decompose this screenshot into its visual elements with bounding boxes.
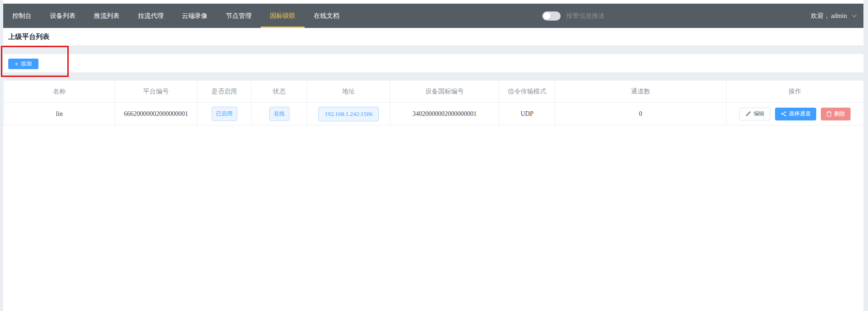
cell-name: lin xyxy=(4,103,115,125)
page-title: 上级平台列表 xyxy=(3,33,49,41)
col-header-channel-count: 通道数 xyxy=(555,81,726,103)
cell-platform-id: 66620000002000000001 xyxy=(115,103,197,125)
col-header-status: 状态 xyxy=(251,81,307,103)
delete-button[interactable]: 删除 xyxy=(821,108,851,120)
edit-button[interactable]: 编辑 xyxy=(739,108,770,120)
left-gutter xyxy=(0,0,3,311)
alarm-push-label: 报警信息推送 xyxy=(566,12,605,20)
select-channel-label: 选择通道 xyxy=(789,110,811,118)
nav-item-console[interactable]: 控制台 xyxy=(3,4,41,28)
status-badge: 在线 xyxy=(269,107,289,121)
cell-enabled: 已启用 xyxy=(197,103,251,125)
table-row: lin 66620000002000000001 已启用 在线 192.168.… xyxy=(4,103,864,125)
share-icon xyxy=(781,111,786,117)
title-bar: 上级平台列表 xyxy=(3,28,863,45)
col-header-gb-device-id: 设备国标编号 xyxy=(390,81,499,103)
cell-signal-transport: UDP xyxy=(499,103,555,125)
divider-band xyxy=(3,72,868,80)
enabled-badge: 已启用 xyxy=(212,107,237,121)
platform-table-panel: 名称 平台编号 是否启用 状态 地址 设备国标编号 信令传输模式 通道数 操作 … xyxy=(3,80,863,311)
plus-icon: + xyxy=(15,61,18,67)
col-header-platform-id: 平台编号 xyxy=(115,81,197,103)
alarm-push-cluster: 报警信息推送 xyxy=(542,4,605,28)
col-header-name: 名称 xyxy=(4,81,115,103)
username: admin xyxy=(831,12,847,20)
pencil-icon xyxy=(745,111,751,117)
platform-table: 名称 平台编号 是否启用 状态 地址 设备国标编号 信令传输模式 通道数 操作 … xyxy=(4,80,864,125)
cell-status: 在线 xyxy=(251,103,307,125)
col-header-address: 地址 xyxy=(307,81,390,103)
col-header-signal-transport: 信令传输模式 xyxy=(499,81,555,103)
alarm-push-toggle[interactable] xyxy=(542,11,561,21)
user-menu[interactable]: 欢迎， admin xyxy=(811,4,863,28)
cell-channel-count: 0 xyxy=(555,103,726,125)
divider-band xyxy=(3,45,868,54)
cell-address: 192.168.1.242:1506 xyxy=(307,103,390,125)
table-header-row: 名称 平台编号 是否启用 状态 地址 设备国标编号 信令传输模式 通道数 操作 xyxy=(4,81,864,103)
action-buttons: 编辑 xyxy=(726,108,863,120)
nav-item-online-docs[interactable]: 在线文档 xyxy=(305,4,349,28)
cell-gb-device-id: 34020000002000000001 xyxy=(390,103,499,125)
add-button-label: 添加 xyxy=(21,60,32,68)
address-badge[interactable]: 192.168.1.242:1506 xyxy=(318,107,379,121)
toggle-knob xyxy=(543,12,551,20)
nav-item-push-list[interactable]: 推流列表 xyxy=(85,4,129,28)
col-header-enabled: 是否启用 xyxy=(197,81,251,103)
chevron-down-icon xyxy=(852,14,857,18)
nav-item-pull-proxy[interactable]: 拉流代理 xyxy=(129,4,173,28)
trash-icon xyxy=(826,111,832,117)
col-header-actions: 操作 xyxy=(726,81,864,103)
screen: 控制台 设备列表 推流列表 拉流代理 云端录像 节点管理 国标级联 在线文档 报… xyxy=(0,0,868,311)
edit-button-label: 编辑 xyxy=(753,110,764,118)
toolbar: + 添加 xyxy=(3,54,863,72)
nav-item-gb-cascade[interactable]: 国标级联 xyxy=(261,4,305,28)
delete-button-label: 删除 xyxy=(834,110,845,118)
cell-actions: 编辑 xyxy=(726,103,864,125)
nav-item-device-list[interactable]: 设备列表 xyxy=(41,4,85,28)
nav-item-node-manage[interactable]: 节点管理 xyxy=(217,4,261,28)
welcome-text: 欢迎， xyxy=(811,12,830,20)
add-button[interactable]: + 添加 xyxy=(8,59,38,69)
nav-item-cloud-record[interactable]: 云端录像 xyxy=(173,4,217,28)
select-channel-button[interactable]: 选择通道 xyxy=(775,108,816,120)
top-navbar: 控制台 设备列表 推流列表 拉流代理 云端录像 节点管理 国标级联 在线文档 报… xyxy=(3,4,863,28)
